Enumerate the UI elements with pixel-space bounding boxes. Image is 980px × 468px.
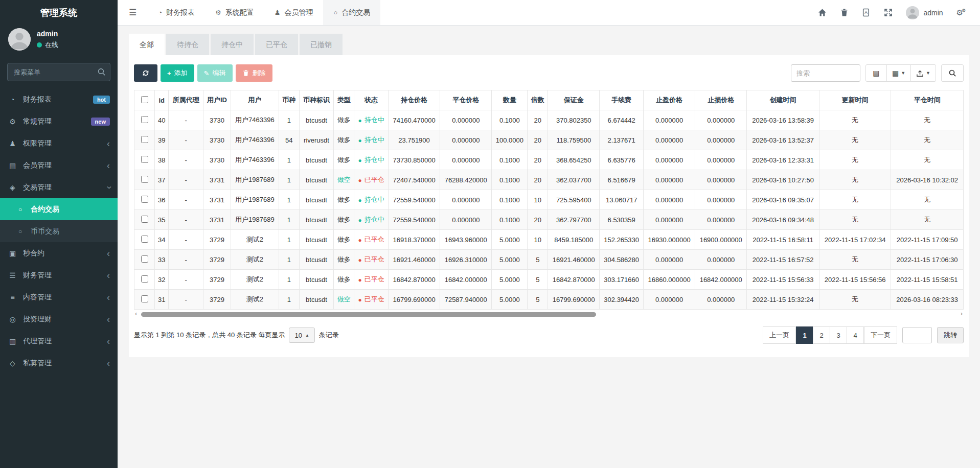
row-checkbox[interactable] <box>141 236 148 243</box>
nav-tab[interactable]: ○ 合约交易 <box>323 0 380 25</box>
sidebar-menu-item[interactable]: ◔ 财务报表 hot <box>0 88 118 110</box>
menu-item-label: 财务管理 <box>23 271 52 280</box>
columns-button[interactable]: ▦▼ <box>886 64 911 82</box>
sidebar-menu-item[interactable]: ♟ 权限管理 ‹ <box>0 132 118 154</box>
row-checkbox[interactable] <box>141 216 148 223</box>
cell-open-price: 73730.850000 <box>389 150 440 170</box>
sidebar-menu-item[interactable]: ⚙ 常规管理 new <box>0 110 118 132</box>
row-checkbox[interactable] <box>141 156 148 163</box>
filter-tab[interactable]: 已撤销 <box>300 34 343 55</box>
sidebar-menu-item[interactable]: ○ 币币交易 <box>0 220 118 242</box>
cell-leverage: 20 <box>528 210 548 230</box>
cell-closed-time: 无 <box>891 130 964 150</box>
sidebar-menu-item[interactable]: ◇ 私募管理 ‹ <box>0 352 118 374</box>
cell-coin-id: 1 <box>279 290 299 310</box>
cell-leverage: 20 <box>528 110 548 130</box>
sidebar-menu-item[interactable]: ▥ 代理管理 ‹ <box>0 330 118 352</box>
nav-tab[interactable]: ⚙ 系统配置 <box>205 0 264 25</box>
cell-stop-loss: 0.000000 <box>695 210 747 230</box>
sidebar-menu-item[interactable]: ◈ 交易管理 ‹ <box>0 176 118 198</box>
sidebar-menu-item[interactable]: ○ 合约交易 <box>0 198 118 220</box>
next-page-button[interactable]: 下一页 <box>864 326 897 344</box>
filter-tab[interactable]: 持仓中 <box>211 34 254 55</box>
cell-quantity: 0.1000 <box>492 190 528 210</box>
status-label: 持仓中 <box>364 195 384 204</box>
hamburger-icon[interactable]: ☰ <box>118 7 148 18</box>
refresh-button[interactable] <box>134 64 157 82</box>
sidebar-menu-item[interactable]: ▤ 会员管理 ‹ <box>0 154 118 176</box>
user-avatar[interactable] <box>8 28 31 51</box>
page-number-button[interactable]: 3 <box>830 326 847 344</box>
sidebar-menu: ◔ 财务报表 hot ⚙ 常规管理 new ♟ 权限管理 ‹ <box>0 88 118 374</box>
sidebar-menu-item[interactable]: ▣ 秒合约 ‹ <box>0 242 118 264</box>
prev-page-button[interactable]: 上一页 <box>763 326 796 344</box>
nav-tab[interactable]: ◔ 财务报表 <box>148 0 205 25</box>
fullscreen-icon[interactable] <box>884 8 893 17</box>
seconds-contract-icon: ▣ <box>8 249 17 258</box>
cell-status: 已平仓 <box>354 290 389 310</box>
user-status: 在线 <box>37 40 58 50</box>
row-checkbox[interactable] <box>141 176 148 183</box>
cell-leverage: 5 <box>528 290 548 310</box>
table-search-input[interactable] <box>791 64 860 82</box>
row-checkbox[interactable] <box>141 136 148 143</box>
row-checkbox[interactable] <box>141 275 148 283</box>
row-checkbox[interactable] <box>141 196 148 203</box>
cell-leverage: 10 <box>528 190 548 210</box>
row-checkbox[interactable] <box>141 116 148 123</box>
language-icon[interactable]: A <box>862 8 871 17</box>
column-header: 倍数 <box>528 90 548 110</box>
add-button[interactable]: + 添加 <box>161 64 194 82</box>
home-icon[interactable] <box>818 8 827 17</box>
cell-updated: 无 <box>819 170 891 190</box>
sidebar-menu-item[interactable]: ≡ 内容管理 ‹ <box>0 286 118 308</box>
cell-margin: 118.759500 <box>548 130 600 150</box>
page-number-button[interactable]: 1 <box>796 326 813 344</box>
detail-view-button[interactable]: ▤ <box>865 64 887 82</box>
cell-fee: 302.394420 <box>600 290 644 310</box>
cell-user-id: 3731 <box>203 190 231 210</box>
filter-tab[interactable]: 待持仓 <box>166 34 209 55</box>
status-label: 已平仓 <box>364 255 384 264</box>
scroll-left-arrow-icon[interactable]: ‹ <box>135 310 137 317</box>
trash-icon[interactable] <box>840 8 849 17</box>
menu-item-label: 交易管理 <box>23 183 52 192</box>
cell-quantity: 5.0000 <box>492 270 528 290</box>
jump-button[interactable]: 跳转 <box>937 327 964 343</box>
search-icon <box>97 67 106 76</box>
cell-close-price: 16926.310000 <box>440 250 492 270</box>
scrollbar-thumb[interactable] <box>141 312 596 317</box>
menu-search-input[interactable] <box>7 63 110 81</box>
delete-button[interactable]: 删除 <box>236 64 272 82</box>
page-size-select[interactable]: 10 ▲ <box>289 327 314 343</box>
select-all-checkbox[interactable] <box>141 96 148 103</box>
search-button[interactable] <box>941 64 964 82</box>
status-label: 已平仓 <box>364 275 384 284</box>
settings-gears-icon[interactable]: ⚙⚙ <box>956 8 968 17</box>
export-button[interactable]: ▼ <box>910 64 936 82</box>
records-summary-suffix: 条记录 <box>319 331 339 340</box>
jump-page-input[interactable] <box>902 327 932 343</box>
nav-tabs: ◔ 财务报表 ⚙ 系统配置 ♟ 会员管理 <box>148 0 380 25</box>
online-dot-icon <box>37 42 42 48</box>
scroll-right-arrow-icon[interactable]: › <box>961 310 963 317</box>
filter-tab[interactable]: 已平仓 <box>255 34 298 55</box>
chevron-icon: ‹ <box>107 161 110 170</box>
nav-tab[interactable]: ♟ 会员管理 <box>264 0 324 25</box>
page-number-button[interactable]: 4 <box>847 326 864 344</box>
cell-agent: - <box>169 110 203 130</box>
sidebar-menu-item[interactable]: ☰ 财务管理 ‹ <box>0 264 118 286</box>
menu-item-label: 秒合约 <box>23 249 44 258</box>
filter-tab-label: 持仓中 <box>221 40 243 49</box>
cell-stop-loss: 0.000000 <box>695 110 747 130</box>
sidebar-menu-item[interactable]: ◎ 投资理财 ‹ <box>0 308 118 330</box>
row-checkbox[interactable] <box>141 255 148 263</box>
edit-button[interactable]: ✎ 编辑 <box>197 64 233 82</box>
page-number-button[interactable]: 2 <box>813 326 830 344</box>
nav-user-menu[interactable]: admin <box>906 6 943 19</box>
row-checkbox[interactable] <box>141 295 148 302</box>
user-name: admin <box>37 30 58 38</box>
table-row: 33 - 3729 测试2 1 btcusdt 做多 <box>134 250 964 270</box>
filter-tab[interactable]: 全部 <box>129 34 165 55</box>
cell-created: 2026-03-16 13:58:39 <box>747 110 819 130</box>
